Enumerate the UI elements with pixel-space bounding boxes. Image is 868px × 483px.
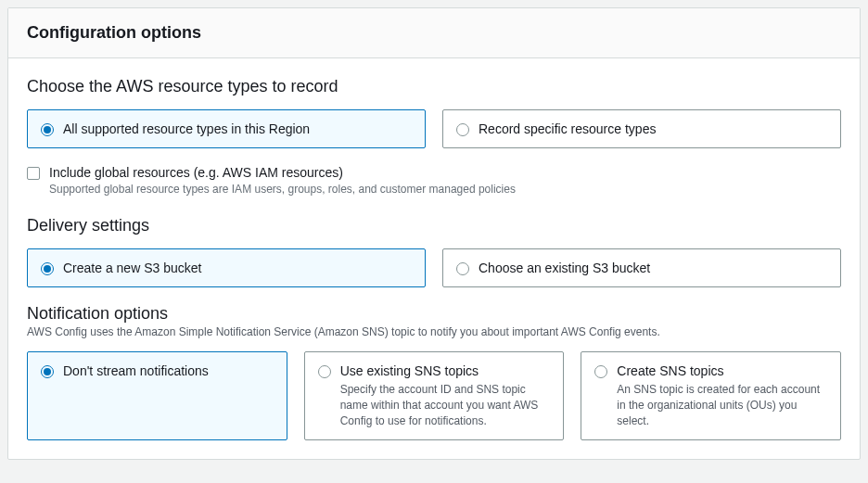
radio-desc: An SNS topic is created for each account… — [617, 382, 827, 428]
checkbox-icon — [27, 167, 40, 180]
radio-desc: Specify the account ID and SNS topic nam… — [340, 382, 551, 428]
record-section-title: Choose the AWS resource types to record — [27, 77, 841, 96]
radio-label: All supported resource types in this Reg… — [63, 121, 412, 136]
panel-header: Configuration options — [8, 8, 860, 58]
delivery-section-title: Delivery settings — [27, 216, 841, 235]
radio-label: Use existing SNS topics — [340, 363, 551, 378]
notification-option-create-topics[interactable]: Create SNS topics An SNS topic is create… — [581, 351, 841, 440]
radio-icon — [456, 262, 469, 275]
record-option-specific[interactable]: Record specific resource types — [442, 109, 841, 148]
checkbox-hint: Supported global resource types are IAM … — [49, 183, 841, 196]
configuration-options-panel: Configuration options Choose the AWS res… — [7, 7, 861, 460]
radio-label: Don't stream notifications — [63, 363, 274, 378]
record-option-all-supported[interactable]: All supported resource types in this Reg… — [27, 109, 426, 148]
radio-label: Record specific resource types — [479, 121, 827, 136]
include-global-checkbox[interactable]: Include global resources (e.g. AWS IAM r… — [27, 165, 841, 196]
delivery-radio-group: Create a new S3 bucket Choose an existin… — [27, 248, 841, 287]
radio-label: Choose an existing S3 bucket — [479, 261, 827, 275]
notification-radio-group: Don't stream notifications Use existing … — [27, 351, 841, 440]
checkbox-label: Include global resources (e.g. AWS IAM r… — [49, 165, 841, 180]
delivery-option-existing-bucket[interactable]: Choose an existing S3 bucket — [442, 248, 841, 287]
radio-icon — [456, 123, 469, 136]
radio-icon — [594, 365, 607, 378]
record-section: Choose the AWS resource types to record … — [27, 77, 841, 196]
delivery-option-create-bucket[interactable]: Create a new S3 bucket — [27, 248, 426, 287]
radio-label: Create a new S3 bucket — [63, 261, 412, 275]
record-radio-group: All supported resource types in this Reg… — [27, 109, 841, 148]
delivery-section: Delivery settings Create a new S3 bucket… — [27, 216, 841, 287]
radio-icon — [41, 365, 54, 378]
radio-label: Create SNS topics — [617, 363, 827, 378]
radio-icon — [318, 365, 331, 378]
panel-body: Choose the AWS resource types to record … — [8, 58, 860, 459]
radio-icon — [41, 262, 54, 275]
notification-option-dont-stream[interactable]: Don't stream notifications — [27, 351, 287, 440]
notification-section-title: Notification options — [27, 304, 841, 324]
notification-section-sub: AWS Config uses the Amazon Simple Notifi… — [27, 325, 841, 338]
notification-option-use-existing[interactable]: Use existing SNS topics Specify the acco… — [304, 351, 565, 440]
radio-icon — [41, 123, 54, 136]
notification-section: Notification options AWS Config uses the… — [27, 304, 841, 440]
panel-title: Configuration options — [27, 23, 841, 43]
